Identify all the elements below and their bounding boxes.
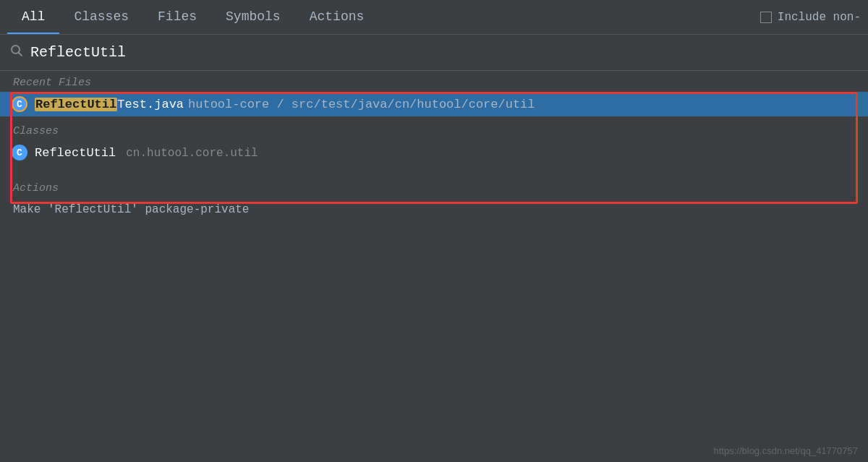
class-result-text: ReflectUtil cn.hutool.core.util bbox=[35, 146, 258, 160]
tab-classes[interactable]: Classes bbox=[59, 0, 143, 34]
include-non-checkbox[interactable] bbox=[760, 12, 772, 23]
search-input[interactable] bbox=[30, 44, 858, 61]
include-non-text: Include non- bbox=[778, 11, 861, 24]
class-icon: C bbox=[12, 145, 27, 161]
tab-all[interactable]: All bbox=[7, 0, 59, 34]
file-rest-text: Test.java bbox=[117, 98, 184, 111]
footer-url: https://blog.csdn.net/qq_41770757 bbox=[714, 445, 859, 456]
class-result-item[interactable]: C ReflectUtil cn.hutool.core.util bbox=[0, 140, 868, 165]
search-bar bbox=[0, 35, 868, 71]
tab-actions[interactable]: Actions bbox=[295, 0, 379, 34]
file-result-item[interactable]: C ReflectUtilTest.java hutool-core / src… bbox=[0, 92, 868, 116]
main-container: All Classes Files Symbols Actions Includ… bbox=[0, 0, 868, 462]
file-result-text: ReflectUtilTest.java hutool-core / src/t… bbox=[35, 98, 535, 111]
classes-label: Classes bbox=[0, 116, 868, 140]
results-area: Recent Files C ReflectUtilTest.java huto… bbox=[0, 71, 868, 462]
svg-line-1 bbox=[19, 53, 22, 56]
highlighted-results-container: C ReflectUtilTest.java hutool-core / src… bbox=[0, 92, 868, 176]
file-class-icon: C bbox=[12, 96, 27, 112]
tab-files[interactable]: Files bbox=[143, 0, 211, 34]
include-non-label: Include non- bbox=[760, 11, 861, 24]
class-package-text: cn.hutool.core.util bbox=[126, 147, 258, 160]
class-name-text: ReflectUtil bbox=[35, 146, 116, 160]
recent-files-label: Recent Files bbox=[0, 71, 868, 92]
tab-symbols[interactable]: Symbols bbox=[211, 0, 295, 34]
file-match-highlight: ReflectUtilTest.java bbox=[35, 98, 184, 111]
action-item[interactable]: Make 'ReflectUtil' package-private bbox=[0, 197, 868, 222]
search-icon bbox=[10, 44, 23, 61]
file-path-text: hutool-core / src/test/java/cn/hutool/co… bbox=[188, 98, 535, 111]
tab-bar: All Classes Files Symbols Actions Includ… bbox=[0, 0, 868, 35]
match-text: ReflectUtil bbox=[35, 98, 117, 111]
actions-label: Actions bbox=[0, 176, 868, 197]
